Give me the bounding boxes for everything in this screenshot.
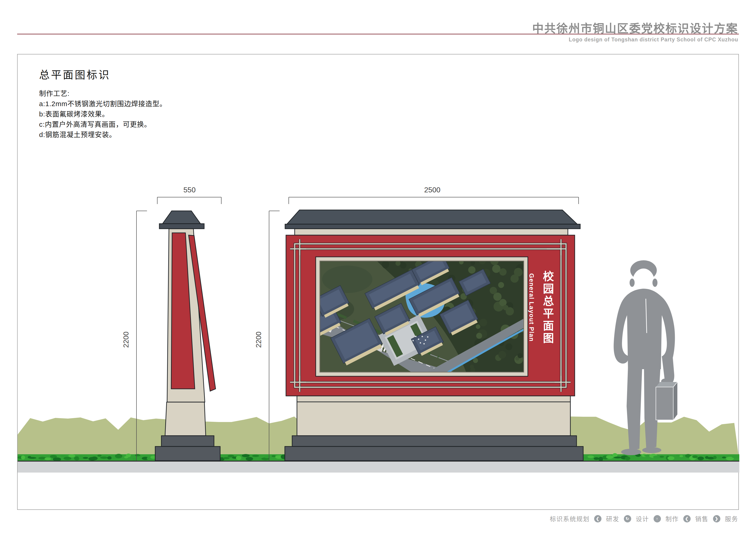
front-plinth-lower xyxy=(285,446,583,461)
sign-title-en: General Layout Plan xyxy=(526,270,536,345)
footer-label: 服务 xyxy=(725,514,738,523)
side-roof-band xyxy=(159,224,204,229)
sign-title-cn: 校园总平面图 xyxy=(540,270,555,345)
footer-label: 制作 xyxy=(665,514,679,523)
front-roof-band xyxy=(285,224,580,229)
side-plinth-lower xyxy=(155,446,220,461)
front-plinth-upper xyxy=(292,436,577,446)
header-divider xyxy=(17,34,739,35)
dim-label-side-width: 550 xyxy=(171,186,208,194)
footer-label: 研发 xyxy=(606,514,619,523)
page-title: 中共徐州市铜山区委党校标识设计方案 xyxy=(532,19,738,36)
front-top-band xyxy=(295,229,568,235)
footer-label: 设计 xyxy=(636,514,649,523)
arrow-cycle-circle-icon: ↻ xyxy=(624,515,631,522)
arrow-right-circle-icon: ❯ xyxy=(713,515,720,522)
footer-label: 标识系统规划 xyxy=(550,514,590,523)
design-sheet: 中共徐州市铜山区委党校标识设计方案 Logo design of Tongsha… xyxy=(0,0,756,535)
front-roof xyxy=(287,210,577,224)
footer-label: 销售 xyxy=(695,514,709,523)
dim-label-front-height: 2200 xyxy=(245,326,272,353)
arrow-up-circle-icon: ↑ xyxy=(654,515,661,522)
side-base xyxy=(165,402,206,436)
drawing-sheet-frame: 总平面图标识 制作工艺: a:1.2mm不锈钢激光切割围边焊接造型。 b:表面氟… xyxy=(17,54,739,510)
footer-service-chain: 标识系统规划 ❮ 研发 ↻ 设计 ↑ 制作 ❮ 销售 ❯ 服务 xyxy=(550,514,738,523)
elevation-drawing xyxy=(17,54,739,510)
side-plinth-upper xyxy=(161,436,214,446)
page-subtitle: Logo design of Tongshan district Party S… xyxy=(569,37,738,43)
arrow-left-circle-icon: ❮ xyxy=(683,515,690,522)
sidewalk xyxy=(17,461,739,472)
dim-label-side-height: 2200 xyxy=(112,326,140,353)
dim-label-front-width: 2500 xyxy=(414,186,450,194)
arrow-left-circle-icon: ❮ xyxy=(594,515,602,522)
side-roof-cap xyxy=(163,211,201,224)
briefcase xyxy=(656,382,677,420)
